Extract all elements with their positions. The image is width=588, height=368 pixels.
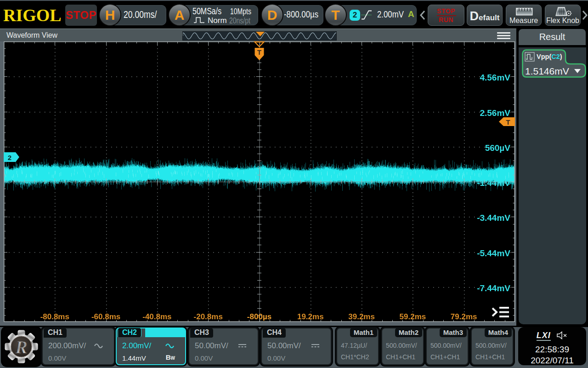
horizontal-scale-value: 20.00ms/ — [124, 9, 157, 21]
math-tab-label: Math4 — [485, 328, 512, 337]
horizontal-position-cursor-icon[interactable] — [256, 32, 265, 36]
math-card-math4[interactable]: Math4500.00mV/CH1+CH1 — [471, 328, 514, 365]
ac-coupling-icon — [94, 342, 103, 350]
y-axis-label: 2.56mV — [469, 108, 510, 118]
rigol-logo: RIGOL — [3, 6, 64, 25]
channel-card-ch2[interactable]: CH22.00mV/1.44mVBW — [116, 328, 186, 365]
x-axis-label: -40.8ms — [136, 312, 178, 322]
channel-offset-value: 0.00V — [267, 354, 285, 362]
y-axis-label: -1.44mV — [469, 178, 510, 188]
math-card-math1[interactable]: Math147.12µU/CH1*CH2 — [336, 328, 379, 365]
vpp-measure-icon — [525, 52, 535, 62]
result-panel-body: Vpp(C2) 1.5146mV — [519, 47, 586, 324]
delay-knob-label: D — [262, 5, 283, 25]
channel-card-ch1[interactable]: CH1200.00mV/0.00V — [42, 328, 115, 365]
horizontal-knob-label: H — [100, 5, 120, 25]
x-axis-label: -20.8ms — [187, 312, 229, 322]
waveform-view-title: Waveform View — [6, 31, 57, 40]
waveform-view-header: Waveform View — [0, 29, 516, 41]
x-axis-label: 79.2ms — [443, 312, 485, 322]
delay-knob[interactable]: D — [261, 4, 283, 26]
waveform-grid-canvas — [4, 41, 515, 322]
channel-offset-value: 0.00V — [48, 354, 66, 362]
svg-text:R: R — [15, 337, 28, 357]
channel-card-ch3[interactable]: CH350.00mV/0.00V — [188, 328, 259, 365]
lxi-status-row: LXI — [518, 331, 586, 340]
acquire-mode-value: Norm — [208, 16, 227, 25]
memory-depth-value: 10Mpts — [230, 7, 251, 17]
math-expression: CH1+CH1 — [430, 353, 460, 361]
math-scale-value: 47.12µU/ — [341, 342, 367, 349]
math-tab-label: Math2 — [395, 328, 422, 337]
channel-tab-label: CH4 — [263, 328, 286, 338]
acquisition-status-badge: STOP — [65, 5, 97, 26]
trigger-pill[interactable] — [335, 5, 417, 25]
x-axis-label: -60.8ms — [85, 312, 127, 322]
math-tab-label: Math1 — [350, 328, 377, 337]
toolbar-scroll-right-icon[interactable] — [582, 10, 588, 20]
math-expression: CH1+CH1 — [386, 353, 415, 361]
trigger-knob-label: T — [325, 5, 346, 25]
horizontal-position-indicator[interactable] — [182, 31, 337, 40]
channel-scale-value: 50.00mV/ — [267, 341, 301, 351]
trigger-knob[interactable]: T — [324, 4, 347, 26]
math-card-math2[interactable]: Math2500.00mV/CH1+CH1 — [381, 328, 424, 365]
math-scale-value: 500.00mV/ — [386, 342, 417, 349]
system-time: 22:58:39 — [518, 345, 586, 355]
math-card-math3[interactable]: Math3500.00mV/CH1+CH1 — [426, 328, 469, 365]
dc-coupling-icon — [238, 342, 247, 350]
channel-offset-value: 1.44mV — [122, 354, 146, 362]
horizontal-knob[interactable]: H — [99, 4, 121, 26]
delay-value: -800.00µs — [284, 9, 318, 20]
lxi-logo: LXI — [537, 331, 551, 341]
stop-run-button-top-label: STOP — [428, 7, 464, 15]
menu-icon[interactable] — [497, 32, 510, 39]
bandwidth-limit-badge: BW — [166, 353, 175, 361]
waveform-display-area[interactable]: T T 2 4.56 — [4, 41, 515, 322]
acquire-knob-label: A — [169, 5, 190, 25]
ac-coupling-icon — [165, 342, 174, 350]
measurement-name: Vpp(C2) — [537, 53, 562, 60]
y-axis-label: 4.56mV — [469, 73, 510, 83]
x-axis-label: 19.2ms — [290, 312, 331, 322]
measure-button[interactable]: Measure — [506, 5, 542, 26]
flex-knob-icon — [554, 6, 573, 17]
channel-scale-value: 50.00mV/ — [195, 341, 228, 351]
channel-scale-value: 200.00mV/ — [48, 341, 86, 351]
measurement-value: 1.5146mV — [525, 66, 569, 77]
speaker-muted-icon — [557, 331, 568, 339]
system-status-tile[interactable]: LXI 22:58:39 2022/07/11 — [518, 327, 586, 365]
channel-card-ch4[interactable]: CH450.00mV/0.00V — [261, 328, 332, 365]
default-button[interactable]: Default — [467, 5, 503, 26]
acquire-knob[interactable]: A — [168, 4, 191, 26]
y-axis-label: -5.44mV — [469, 248, 510, 259]
x-axis-label: 39.2ms — [341, 312, 382, 322]
channel-tab-label: CH2 — [118, 328, 141, 337]
resolution-value: 20ns/pt — [229, 16, 250, 26]
trigger-status: A — [408, 9, 414, 19]
default-button-label: Default — [467, 9, 502, 23]
math-scale-value: 500.00mV/ — [430, 342, 462, 349]
math-expression: CH1*CH2 — [341, 353, 369, 361]
x-axis-label: -800µs — [239, 312, 280, 322]
measurement-dropdown-icon[interactable] — [574, 69, 581, 74]
top-toolbar: RIGOL STOP H 20.00ms/ A 50MSa/s 10Mpts N… — [0, 0, 588, 29]
measurement-result-card[interactable]: Vpp(C2) 1.5146mV — [522, 49, 586, 78]
flex-knob-button[interactable]: Flex Knob — [545, 5, 581, 26]
waveform-view-window: Waveform View T — [0, 29, 516, 326]
channel-tab-label: CH1 — [44, 328, 67, 338]
stop-run-button[interactable]: STOP RUN — [428, 5, 464, 26]
y-axis-label: -3.44mV — [469, 213, 510, 223]
math-expression: CH1+CH1 — [475, 353, 505, 361]
measure-ruler-icon — [516, 8, 533, 16]
channel-offset-value: 0.00V — [195, 354, 213, 362]
stop-run-button-bottom-label: RUN — [428, 16, 464, 23]
active-channel-band — [145, 328, 185, 337]
bottom-status-bar: R CH1200.00mV/0.00VCH22.00mV/1.44mVBWCH3… — [0, 327, 588, 368]
math-tab-label: Math3 — [440, 328, 467, 337]
rigol-menu-button[interactable]: R — [2, 328, 40, 366]
y-axis-label: 560µV — [469, 143, 510, 153]
result-panel: Result Vpp(C2) 1.5146mV — [518, 29, 586, 326]
toolbar-scroll-left-icon[interactable] — [419, 10, 426, 20]
dc-coupling-icon — [311, 342, 320, 350]
